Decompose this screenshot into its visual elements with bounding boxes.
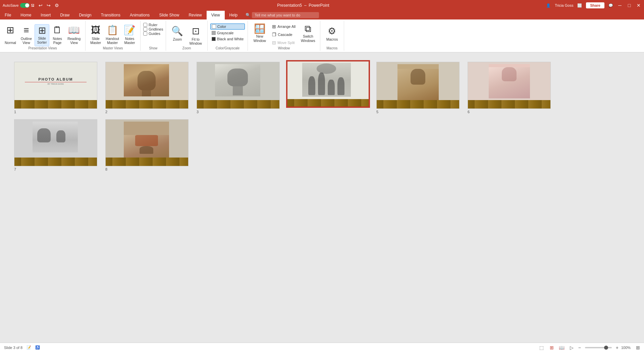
search-input[interactable] (252, 12, 319, 18)
move-split-icon: ⊟ (272, 40, 276, 45)
new-window-button[interactable]: 🪟 NewWindow (251, 23, 269, 43)
zoom-minus[interactable]: − (578, 345, 581, 350)
color-group-label: Color/Grayscale (210, 46, 245, 51)
zoom-plus[interactable]: + (616, 345, 619, 350)
screen-mode-icon[interactable]: ⬜ (577, 3, 582, 8)
color-option-bw-label: Black and White (217, 37, 244, 41)
slide-3-figure (227, 69, 248, 86)
photo-album-title: PHOTO ALBUM (38, 77, 73, 81)
slide-1-floor (14, 100, 97, 108)
tab-insert[interactable]: Insert (36, 11, 55, 19)
fit-to-window-button[interactable]: ⊡ Fit toWindow (186, 24, 204, 46)
ribbon-content: ⊞ Normal ≡ OutlineView ⊞ SlideSorter 🗒 N… (0, 19, 644, 52)
normal-view-button[interactable]: ⊞ Normal (3, 24, 18, 46)
slide-item-8[interactable]: 8 (105, 119, 189, 171)
figure-body (142, 90, 151, 96)
autosave-toggle[interactable] (20, 3, 30, 8)
color-option-bw[interactable]: Black and White (210, 36, 245, 42)
slide-thumb-1: PHOTO ALBUM BY TRICIA GOSS (14, 62, 97, 109)
fit-slide-status[interactable]: ⊞ (636, 345, 640, 350)
zoom-slider[interactable] (585, 347, 612, 348)
figure-3 (328, 80, 335, 95)
reading-view-button[interactable]: 📖 ReadingView (65, 24, 83, 46)
macros-button[interactable]: ⚙ Macros (323, 24, 341, 46)
arrange-all-label: Arrange All (277, 25, 296, 29)
gridlines-checkbox[interactable] (143, 27, 147, 31)
redo-button[interactable]: ↪ (45, 2, 52, 9)
notes-page-label: NotesPage (53, 37, 62, 45)
undo-redo-group: ↩ ↪ ⚙ (37, 2, 60, 9)
status-bar-left: Slide 3 of 8 📝 ♿ (4, 345, 40, 350)
tab-draw[interactable]: Draw (55, 11, 74, 19)
slide-number-6: 6 (468, 110, 470, 114)
ruler-checkbox-label[interactable]: Ruler (143, 23, 163, 27)
notes-button-status[interactable]: 📝 (26, 345, 31, 350)
customize-button[interactable]: ⚙ (53, 2, 60, 9)
tab-transitions[interactable]: Transitions (96, 11, 125, 19)
guides-checkbox[interactable] (143, 32, 147, 36)
accessibility-icon[interactable]: ♿ (35, 345, 40, 350)
maximize-button[interactable]: □ (627, 3, 632, 8)
tab-help[interactable]: Help (225, 11, 243, 19)
slide-3-photo-inner (215, 64, 260, 96)
tab-view[interactable]: View (207, 11, 225, 19)
slide-4-main-photo (302, 63, 351, 97)
zoom-buttons: 🔍 Zoom ⊡ Fit toWindow (169, 21, 204, 46)
tab-file[interactable]: File (0, 11, 16, 19)
comment-icon[interactable]: 💬 (608, 3, 613, 8)
color-option-grayscale[interactable]: Grayscale (210, 30, 245, 36)
minimize-button[interactable]: ─ (617, 3, 623, 8)
move-split-button[interactable]: ⊟ Move Split (270, 39, 298, 46)
cascade-button[interactable]: ❐ Cascade (270, 31, 298, 38)
figure-2 (318, 73, 325, 95)
slide-master-button[interactable]: 🖼 SlideMaster (88, 24, 103, 46)
slide-5-photo (397, 64, 439, 95)
slide-item-1[interactable]: PHOTO ALBUM BY TRICIA GOSS 1 (14, 62, 97, 114)
slide-number-1: 1 (14, 110, 16, 114)
slide-5-floor (377, 100, 459, 108)
notes-master-button[interactable]: 📝 NotesMaster (122, 24, 138, 46)
color-option-color[interactable]: Color (210, 24, 245, 30)
slide-6-photo-inner (489, 67, 530, 98)
normal-view-status-button[interactable]: ⬚ (538, 344, 545, 351)
switch-windows-button[interactable]: ⧉ SwitchWindows (299, 23, 317, 43)
slideshow-status-button[interactable]: ▷ (568, 344, 576, 351)
ribbon-group-window: 🪟 NewWindow ⊞ Arrange All ❐ Cascade (248, 21, 320, 51)
slide-item-7[interactable]: 7 (14, 119, 97, 171)
gridlines-checkbox-label[interactable]: Gridlines (143, 27, 163, 31)
slide-7-photo-inner (33, 122, 78, 153)
outline-view-button[interactable]: ≡ OutlineView (19, 24, 34, 46)
slide-sorter-status-button[interactable]: ⊞ (548, 344, 555, 351)
zoom-button[interactable]: 🔍 Zoom (169, 24, 186, 46)
zoom-slider-thumb[interactable] (604, 346, 608, 350)
macros-group-label: Macros (323, 46, 341, 51)
slide-item-3[interactable]: 3 (197, 62, 280, 114)
slide-item-6[interactable]: 6 (468, 62, 551, 114)
arrange-all-button[interactable]: ⊞ Arrange All (270, 23, 298, 30)
album-subtitle: BY TRICIA GOSS (48, 83, 64, 85)
tab-design[interactable]: Design (74, 11, 96, 19)
tab-slideshow[interactable]: Slide Show (154, 11, 184, 19)
slide-item-2[interactable]: 2 (105, 62, 189, 114)
slide-item-4-selected[interactable] (286, 60, 370, 115)
zoom-percent[interactable]: 100% (621, 346, 633, 350)
close-button[interactable]: ✕ (636, 3, 641, 8)
fit-to-window-label: Fit toWindow (189, 37, 202, 45)
slide-thumb-2 (105, 62, 189, 109)
tab-home[interactable]: Home (16, 11, 36, 19)
cascade-label: Cascade (278, 33, 292, 37)
share-button[interactable]: Share (586, 2, 604, 8)
undo-button[interactable]: ↩ (37, 2, 44, 9)
ruler-checkbox[interactable] (143, 23, 147, 27)
slide-item-5[interactable]: 5 (376, 62, 460, 114)
handout-master-button[interactable]: 📋 HandoutMaster (104, 24, 121, 46)
notes-page-button[interactable]: 🗒 NotesPage (50, 24, 65, 46)
guides-checkbox-label[interactable]: Guides (143, 32, 163, 36)
tab-review[interactable]: Review (184, 11, 206, 19)
new-window-label: NewWindow (254, 34, 266, 43)
ribbon-group-zoom: 🔍 Zoom ⊡ Fit toWindow Zoom (166, 21, 207, 51)
slide-sorter-button[interactable]: ⊞ SlideSorter (35, 24, 49, 46)
tab-animations[interactable]: Animations (125, 11, 154, 19)
zoom-group-label: Zoom (169, 46, 204, 51)
reading-view-status-button[interactable]: 📖 (558, 344, 566, 351)
